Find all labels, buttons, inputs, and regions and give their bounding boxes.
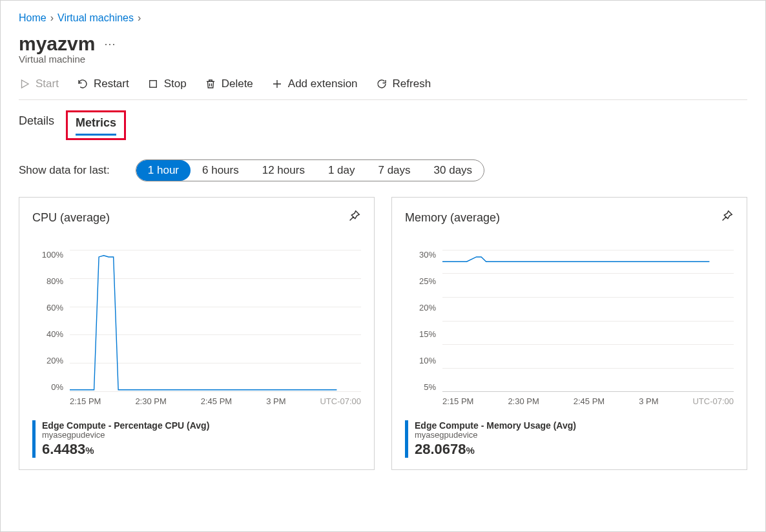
cpu-legend-value: 6.4483% <box>42 441 209 458</box>
cpu-card-title: CPU (average) <box>32 211 110 225</box>
breadcrumb-home[interactable]: Home <box>19 12 47 24</box>
chevron-right-icon: › <box>50 12 54 24</box>
cpu-legend-title: Edge Compute - Percentage CPU (Avg) <box>42 420 209 431</box>
legend-color-bar <box>405 420 408 458</box>
breadcrumb: Home › Virtual machines › <box>19 12 747 24</box>
delete-label: Delete <box>222 77 253 90</box>
memory-legend-value: 28.0678% <box>415 441 576 458</box>
range-pill-7-days[interactable]: 7 days <box>366 160 422 181</box>
cpu-card: CPU (average) 100%80%60%40%20%0%2:15 PM2… <box>19 197 375 470</box>
tab-metrics[interactable]: Metrics <box>76 116 116 136</box>
memory-card: Memory (average) 30%25%20%15%10%5%2:15 P… <box>391 197 747 470</box>
stop-label: Stop <box>164 77 187 90</box>
tab-metrics-highlight: Metrics <box>66 110 126 140</box>
range-label: Show data for last: <box>19 164 110 177</box>
pin-button[interactable] <box>719 209 734 227</box>
refresh-label: Refresh <box>393 77 431 90</box>
svg-rect-0 <box>149 81 156 88</box>
plus-icon <box>271 78 283 90</box>
memory-chart: 30%25%20%15%10%5%2:15 PM2:30 PM2:45 PM3 … <box>405 250 734 405</box>
toolbar: Start Restart Stop Delete Add extension … <box>19 77 747 100</box>
stop-icon <box>147 78 159 90</box>
legend-color-bar <box>32 420 36 458</box>
tabs: Details Metrics <box>19 114 747 135</box>
memory-legend-sub: myasegpudevice <box>415 430 576 440</box>
add-extension-label: Add extension <box>288 77 358 90</box>
more-actions-button[interactable]: ··· <box>104 37 116 51</box>
breadcrumb-vms[interactable]: Virtual machines <box>57 12 134 24</box>
refresh-button[interactable]: Refresh <box>376 77 431 90</box>
start-button: Start <box>19 77 59 90</box>
range-pill-12-hours[interactable]: 12 hours <box>251 160 316 181</box>
range-pills: 1 hour6 hours12 hours1 day7 days30 days <box>136 159 484 181</box>
cpu-legend-sub: myasegpudevice <box>42 430 209 440</box>
chevron-right-icon: › <box>138 12 141 24</box>
restart-button[interactable]: Restart <box>77 77 129 90</box>
range-pill-1-day[interactable]: 1 day <box>316 160 367 181</box>
range-pill-6-hours[interactable]: 6 hours <box>191 160 251 181</box>
start-label: Start <box>36 77 59 90</box>
cpu-chart: 100%80%60%40%20%0%2:15 PM2:30 PM2:45 PM3… <box>32 250 361 405</box>
memory-legend-title: Edge Compute - Memory Usage (Avg) <box>415 420 576 431</box>
memory-legend: Edge Compute - Memory Usage (Avg) myaseg… <box>405 420 734 458</box>
page-subtitle: Virtual machine <box>19 54 747 65</box>
cpu-legend: Edge Compute - Percentage CPU (Avg) myas… <box>32 420 361 458</box>
pin-button[interactable] <box>347 209 361 227</box>
page-title: myazvm <box>19 33 95 55</box>
play-icon <box>19 78 30 90</box>
restart-icon <box>77 78 88 90</box>
memory-card-title: Memory (average) <box>405 211 500 225</box>
trash-icon <box>205 78 216 90</box>
pin-icon <box>719 209 734 223</box>
range-pill-1-hour[interactable]: 1 hour <box>136 160 191 181</box>
tab-details[interactable]: Details <box>19 114 54 135</box>
add-extension-button[interactable]: Add extension <box>271 77 358 90</box>
delete-button[interactable]: Delete <box>205 77 253 90</box>
stop-button[interactable]: Stop <box>147 77 187 90</box>
refresh-icon <box>376 78 388 90</box>
restart-label: Restart <box>94 77 129 90</box>
pin-icon <box>347 209 361 223</box>
range-pill-30-days[interactable]: 30 days <box>422 160 484 181</box>
